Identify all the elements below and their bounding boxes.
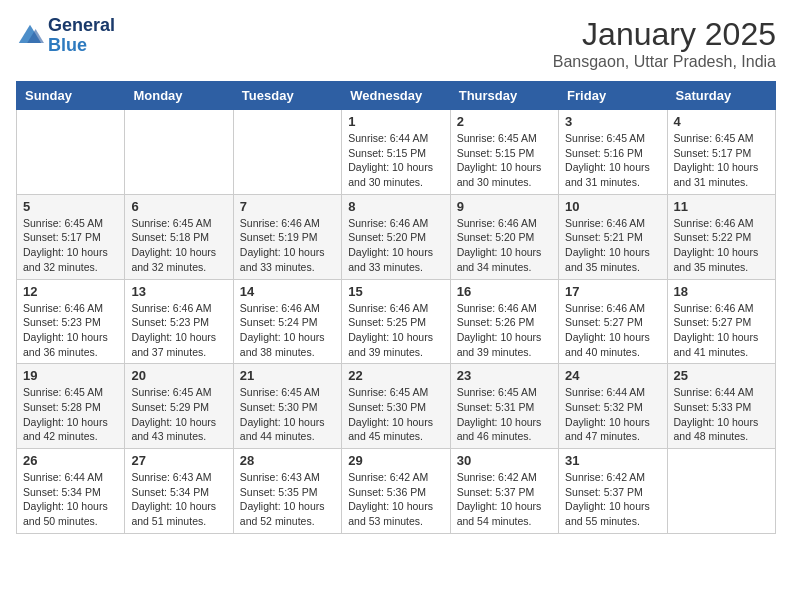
calendar-day-cell: 20Sunrise: 6:45 AMSunset: 5:29 PMDayligh… — [125, 364, 233, 449]
day-number: 4 — [674, 114, 769, 129]
day-info: Sunrise: 6:46 AMSunset: 5:23 PMDaylight:… — [131, 301, 226, 360]
location-title: Bansgaon, Uttar Pradesh, India — [553, 53, 776, 71]
day-info: Sunrise: 6:46 AMSunset: 5:20 PMDaylight:… — [457, 216, 552, 275]
day-number: 15 — [348, 284, 443, 299]
day-info: Sunrise: 6:45 AMSunset: 5:30 PMDaylight:… — [348, 385, 443, 444]
day-number: 14 — [240, 284, 335, 299]
day-info: Sunrise: 6:44 AMSunset: 5:33 PMDaylight:… — [674, 385, 769, 444]
day-number: 26 — [23, 453, 118, 468]
weekday-header-cell: Monday — [125, 82, 233, 110]
day-info: Sunrise: 6:42 AMSunset: 5:37 PMDaylight:… — [457, 470, 552, 529]
day-info: Sunrise: 6:44 AMSunset: 5:15 PMDaylight:… — [348, 131, 443, 190]
logo-line1: General — [48, 16, 115, 36]
calendar-day-cell: 16Sunrise: 6:46 AMSunset: 5:26 PMDayligh… — [450, 279, 558, 364]
day-number: 21 — [240, 368, 335, 383]
day-info: Sunrise: 6:44 AMSunset: 5:34 PMDaylight:… — [23, 470, 118, 529]
calendar-day-cell: 30Sunrise: 6:42 AMSunset: 5:37 PMDayligh… — [450, 449, 558, 534]
calendar-day-cell: 14Sunrise: 6:46 AMSunset: 5:24 PMDayligh… — [233, 279, 341, 364]
calendar-day-cell: 19Sunrise: 6:45 AMSunset: 5:28 PMDayligh… — [17, 364, 125, 449]
calendar-day-cell: 23Sunrise: 6:45 AMSunset: 5:31 PMDayligh… — [450, 364, 558, 449]
day-info: Sunrise: 6:46 AMSunset: 5:19 PMDaylight:… — [240, 216, 335, 275]
calendar-day-cell: 29Sunrise: 6:42 AMSunset: 5:36 PMDayligh… — [342, 449, 450, 534]
calendar-day-cell: 27Sunrise: 6:43 AMSunset: 5:34 PMDayligh… — [125, 449, 233, 534]
calendar-day-cell: 25Sunrise: 6:44 AMSunset: 5:33 PMDayligh… — [667, 364, 775, 449]
day-info: Sunrise: 6:46 AMSunset: 5:27 PMDaylight:… — [674, 301, 769, 360]
calendar-day-cell: 2Sunrise: 6:45 AMSunset: 5:15 PMDaylight… — [450, 110, 558, 195]
calendar-week-row: 5Sunrise: 6:45 AMSunset: 5:17 PMDaylight… — [17, 194, 776, 279]
calendar-day-cell: 3Sunrise: 6:45 AMSunset: 5:16 PMDaylight… — [559, 110, 667, 195]
calendar-day-cell: 24Sunrise: 6:44 AMSunset: 5:32 PMDayligh… — [559, 364, 667, 449]
day-number: 29 — [348, 453, 443, 468]
day-number: 24 — [565, 368, 660, 383]
day-info: Sunrise: 6:45 AMSunset: 5:17 PMDaylight:… — [674, 131, 769, 190]
calendar-day-cell: 8Sunrise: 6:46 AMSunset: 5:20 PMDaylight… — [342, 194, 450, 279]
day-info: Sunrise: 6:45 AMSunset: 5:17 PMDaylight:… — [23, 216, 118, 275]
calendar-week-row: 26Sunrise: 6:44 AMSunset: 5:34 PMDayligh… — [17, 449, 776, 534]
calendar-day-cell — [17, 110, 125, 195]
calendar-day-cell: 26Sunrise: 6:44 AMSunset: 5:34 PMDayligh… — [17, 449, 125, 534]
logo-text: General Blue — [48, 16, 115, 56]
day-info: Sunrise: 6:45 AMSunset: 5:18 PMDaylight:… — [131, 216, 226, 275]
day-number: 23 — [457, 368, 552, 383]
calendar-day-cell: 21Sunrise: 6:45 AMSunset: 5:30 PMDayligh… — [233, 364, 341, 449]
calendar-day-cell: 4Sunrise: 6:45 AMSunset: 5:17 PMDaylight… — [667, 110, 775, 195]
calendar-week-row: 12Sunrise: 6:46 AMSunset: 5:23 PMDayligh… — [17, 279, 776, 364]
day-info: Sunrise: 6:45 AMSunset: 5:28 PMDaylight:… — [23, 385, 118, 444]
month-title: January 2025 — [553, 16, 776, 53]
day-number: 30 — [457, 453, 552, 468]
calendar-day-cell — [233, 110, 341, 195]
calendar-day-cell: 11Sunrise: 6:46 AMSunset: 5:22 PMDayligh… — [667, 194, 775, 279]
weekday-header-cell: Thursday — [450, 82, 558, 110]
day-info: Sunrise: 6:43 AMSunset: 5:35 PMDaylight:… — [240, 470, 335, 529]
day-info: Sunrise: 6:45 AMSunset: 5:31 PMDaylight:… — [457, 385, 552, 444]
day-info: Sunrise: 6:43 AMSunset: 5:34 PMDaylight:… — [131, 470, 226, 529]
weekday-header-cell: Saturday — [667, 82, 775, 110]
day-number: 16 — [457, 284, 552, 299]
day-number: 12 — [23, 284, 118, 299]
day-info: Sunrise: 6:45 AMSunset: 5:16 PMDaylight:… — [565, 131, 660, 190]
day-number: 25 — [674, 368, 769, 383]
calendar-day-cell: 13Sunrise: 6:46 AMSunset: 5:23 PMDayligh… — [125, 279, 233, 364]
day-number: 8 — [348, 199, 443, 214]
day-number: 11 — [674, 199, 769, 214]
title-block: January 2025 Bansgaon, Uttar Pradesh, In… — [553, 16, 776, 71]
weekday-header-cell: Friday — [559, 82, 667, 110]
day-number: 28 — [240, 453, 335, 468]
day-number: 7 — [240, 199, 335, 214]
calendar-day-cell: 28Sunrise: 6:43 AMSunset: 5:35 PMDayligh… — [233, 449, 341, 534]
calendar-day-cell: 1Sunrise: 6:44 AMSunset: 5:15 PMDaylight… — [342, 110, 450, 195]
day-number: 20 — [131, 368, 226, 383]
calendar-day-cell: 22Sunrise: 6:45 AMSunset: 5:30 PMDayligh… — [342, 364, 450, 449]
calendar-day-cell: 10Sunrise: 6:46 AMSunset: 5:21 PMDayligh… — [559, 194, 667, 279]
day-number: 1 — [348, 114, 443, 129]
day-number: 22 — [348, 368, 443, 383]
calendar-week-row: 19Sunrise: 6:45 AMSunset: 5:28 PMDayligh… — [17, 364, 776, 449]
day-info: Sunrise: 6:46 AMSunset: 5:20 PMDaylight:… — [348, 216, 443, 275]
calendar-day-cell: 6Sunrise: 6:45 AMSunset: 5:18 PMDaylight… — [125, 194, 233, 279]
day-info: Sunrise: 6:45 AMSunset: 5:29 PMDaylight:… — [131, 385, 226, 444]
weekday-header-cell: Sunday — [17, 82, 125, 110]
day-number: 3 — [565, 114, 660, 129]
day-number: 31 — [565, 453, 660, 468]
weekday-header-cell: Tuesday — [233, 82, 341, 110]
calendar-day-cell: 5Sunrise: 6:45 AMSunset: 5:17 PMDaylight… — [17, 194, 125, 279]
weekday-header-cell: Wednesday — [342, 82, 450, 110]
logo: General Blue — [16, 16, 115, 56]
day-info: Sunrise: 6:46 AMSunset: 5:27 PMDaylight:… — [565, 301, 660, 360]
day-info: Sunrise: 6:46 AMSunset: 5:26 PMDaylight:… — [457, 301, 552, 360]
calendar-day-cell: 9Sunrise: 6:46 AMSunset: 5:20 PMDaylight… — [450, 194, 558, 279]
calendar-day-cell: 31Sunrise: 6:42 AMSunset: 5:37 PMDayligh… — [559, 449, 667, 534]
day-number: 13 — [131, 284, 226, 299]
day-info: Sunrise: 6:46 AMSunset: 5:23 PMDaylight:… — [23, 301, 118, 360]
logo-line2: Blue — [48, 36, 115, 56]
day-number: 18 — [674, 284, 769, 299]
calendar-day-cell: 17Sunrise: 6:46 AMSunset: 5:27 PMDayligh… — [559, 279, 667, 364]
day-number: 9 — [457, 199, 552, 214]
calendar-day-cell — [667, 449, 775, 534]
calendar-day-cell — [125, 110, 233, 195]
calendar-day-cell: 7Sunrise: 6:46 AMSunset: 5:19 PMDaylight… — [233, 194, 341, 279]
day-number: 2 — [457, 114, 552, 129]
day-info: Sunrise: 6:42 AMSunset: 5:37 PMDaylight:… — [565, 470, 660, 529]
day-info: Sunrise: 6:46 AMSunset: 5:24 PMDaylight:… — [240, 301, 335, 360]
day-info: Sunrise: 6:46 AMSunset: 5:22 PMDaylight:… — [674, 216, 769, 275]
